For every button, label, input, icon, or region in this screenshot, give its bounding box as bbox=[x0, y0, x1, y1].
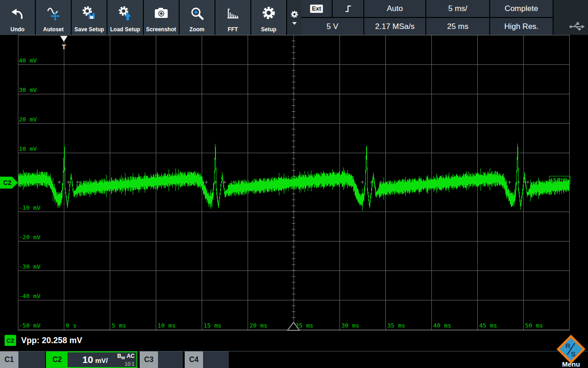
acquire-mode-cell[interactable]: High Res. bbox=[490, 18, 553, 35]
autoset-label: Autoset bbox=[43, 26, 64, 33]
timebase-value: 5 ms/ bbox=[448, 4, 468, 13]
undo-icon bbox=[11, 0, 24, 26]
save-setup-icon bbox=[82, 0, 96, 26]
time-label: 10 ms bbox=[158, 322, 175, 329]
small-gear-icon bbox=[290, 10, 299, 18]
fft-icon bbox=[226, 0, 240, 26]
trigger-marker-label: T bbox=[62, 43, 66, 51]
trigger-position-marker[interactable] bbox=[60, 36, 68, 42]
setup-label: Setup bbox=[261, 26, 276, 33]
usb-status-area bbox=[554, 0, 588, 35]
channel-3-info-area[interactable] bbox=[158, 351, 183, 368]
fft-label: FFT bbox=[228, 26, 238, 33]
trigger-source-cell[interactable]: Ext bbox=[301, 0, 332, 17]
setup-button[interactable]: Setup bbox=[251, 0, 286, 35]
time-range-cell[interactable]: 25 ms bbox=[426, 18, 489, 35]
channel-2-coupling: BW AC bbox=[117, 353, 135, 360]
screenshot-button[interactable]: Screenshot bbox=[144, 0, 179, 35]
waveform-display: 40 mV30 mV20 mV10 mV-10 mV-20 mV-30 mV-4… bbox=[0, 35, 588, 332]
voltage-label: 10 mV bbox=[19, 145, 37, 152]
autoset-button[interactable]: Autoset bbox=[36, 0, 71, 35]
time-label: 30 ms bbox=[341, 322, 359, 329]
channel-3-label: C3 bbox=[144, 356, 153, 364]
undo-button[interactable]: Undo bbox=[0, 0, 35, 35]
channel-4-button[interactable]: C4 bbox=[185, 351, 203, 368]
time-label: 20 ms bbox=[249, 322, 267, 329]
voltage-label: -30 mV bbox=[19, 263, 40, 270]
voltage-label: -50 mV bbox=[19, 322, 40, 329]
rising-edge-icon bbox=[342, 3, 354, 15]
waveform-label: V_PoD bbox=[551, 177, 567, 184]
measurement-value: Vpp: 20.258 mV bbox=[21, 335, 82, 346]
channel-2-section[interactable]: C2 10 mV/ BW AC 10:1 bbox=[46, 351, 137, 368]
measurement-channel-badge: C2 bbox=[5, 335, 16, 346]
trigger-source-badge: Ext bbox=[310, 5, 323, 13]
camera-icon bbox=[153, 0, 169, 26]
gear-icon bbox=[261, 0, 276, 26]
channel-2-button[interactable]: C2 bbox=[47, 352, 68, 367]
channel-4-label: C4 bbox=[189, 356, 198, 364]
trigger-mode-value: Auto bbox=[387, 4, 403, 13]
voltage-label: -40 mV bbox=[19, 293, 40, 299]
rs-logo: R S bbox=[557, 335, 585, 363]
load-setup-button[interactable]: Load Setup bbox=[107, 0, 142, 35]
usb-icon bbox=[569, 21, 585, 31]
channel-2-label: C2 bbox=[52, 356, 62, 364]
timebase-cell[interactable]: 5 ms/ bbox=[426, 0, 489, 17]
trigger-slope-cell[interactable] bbox=[333, 0, 363, 17]
save-setup-label: Save Setup bbox=[74, 26, 104, 33]
trigger-level-value: 5 V bbox=[327, 22, 339, 31]
trigger-mode-cell[interactable]: Auto bbox=[364, 0, 425, 17]
voltage-label: -10 mV bbox=[19, 204, 40, 211]
undo-label: Undo bbox=[11, 26, 25, 33]
channel-3-button[interactable]: C3 bbox=[140, 351, 158, 368]
channel-4-info-area[interactable] bbox=[203, 351, 229, 368]
zoom-button[interactable]: Zoom bbox=[180, 0, 215, 35]
channel-2-info-area[interactable]: 10 mV/ BW AC 10:1 bbox=[68, 352, 136, 367]
svg-text:R: R bbox=[565, 342, 571, 350]
oscilloscope-screen: Undo Autoset Save Setup Load Setup Scree… bbox=[0, 0, 588, 368]
toolbar-collapse-button[interactable] bbox=[287, 0, 301, 35]
channel-1-label: C1 bbox=[5, 356, 14, 364]
screenshot-label: Screenshot bbox=[146, 26, 176, 33]
voltage-label: -20 mV bbox=[19, 234, 40, 241]
voltage-label: 30 mV bbox=[19, 86, 37, 93]
channel-2-probe-ratio: 10:1 bbox=[125, 361, 135, 367]
channel-1-button[interactable]: C1 bbox=[0, 351, 18, 368]
load-setup-label: Load Setup bbox=[110, 26, 140, 33]
svg-text:S: S bbox=[571, 350, 576, 358]
fft-button[interactable]: FFT bbox=[215, 0, 250, 35]
menu-label: Menu bbox=[554, 360, 588, 368]
zoom-icon bbox=[190, 0, 204, 26]
time-label: 45 ms bbox=[479, 322, 497, 329]
channel-2-scale: 10 mV/ bbox=[82, 354, 107, 365]
channel-1-info-area[interactable] bbox=[18, 351, 45, 368]
time-label: 35 ms bbox=[387, 322, 405, 329]
channel-2-offset-label: C2 bbox=[3, 179, 11, 186]
sample-rate-value: 2.17 MSa/s bbox=[375, 22, 415, 31]
time-range-value: 25 ms bbox=[447, 22, 468, 31]
toolbar: Undo Autoset Save Setup Load Setup Scree… bbox=[0, 0, 286, 35]
time-label: 15 ms bbox=[204, 322, 221, 329]
chevron-down-icon bbox=[292, 22, 297, 25]
autoset-icon bbox=[46, 0, 60, 26]
voltage-label: 40 mV bbox=[19, 57, 37, 64]
time-label: 40 ms bbox=[433, 322, 451, 329]
voltage-label: 20 mV bbox=[19, 116, 37, 123]
save-setup-button[interactable]: Save Setup bbox=[72, 0, 107, 35]
time-label: 0 s bbox=[66, 322, 76, 329]
load-setup-icon bbox=[118, 0, 132, 26]
zoom-label: Zoom bbox=[189, 26, 204, 33]
acquisition-state-cell[interactable]: Complete bbox=[490, 0, 553, 17]
acquisition-state-value: Complete bbox=[505, 4, 538, 13]
time-label: 5 ms bbox=[112, 322, 126, 329]
acquire-mode-value: High Res. bbox=[504, 22, 539, 31]
channel-bar: C1 C2 10 mV/ BW AC 10:1 C3 C4 bbox=[0, 351, 588, 368]
menu-button[interactable]: R S Menu bbox=[554, 334, 588, 368]
trigger-level-cell[interactable]: 5 V bbox=[301, 18, 363, 35]
time-label: 50 ms bbox=[525, 322, 543, 329]
sample-rate-cell[interactable]: 2.17 MSa/s bbox=[364, 18, 425, 35]
